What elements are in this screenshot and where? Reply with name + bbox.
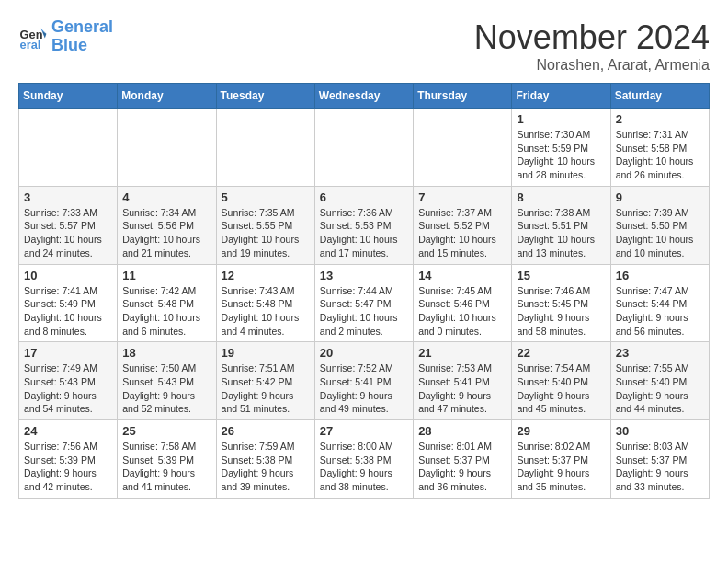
calendar-cell: 10Sunrise: 7:41 AM Sunset: 5:49 PM Dayli…	[19, 264, 118, 342]
calendar-cell: 30Sunrise: 8:03 AM Sunset: 5:37 PM Dayli…	[610, 420, 709, 499]
day-number: 30	[616, 424, 704, 438]
calendar-cell: 12Sunrise: 7:43 AM Sunset: 5:48 PM Dayli…	[216, 264, 314, 342]
calendar-cell: 7Sunrise: 7:37 AM Sunset: 5:52 PM Daylig…	[414, 186, 512, 264]
day-info: Sunrise: 7:35 AM Sunset: 5:55 PM Dayligh…	[222, 206, 310, 260]
day-info: Sunrise: 7:31 AM Sunset: 5:58 PM Dayligh…	[616, 128, 704, 182]
day-number: 19	[222, 346, 310, 360]
calendar-cell: 26Sunrise: 7:59 AM Sunset: 5:38 PM Dayli…	[216, 420, 314, 499]
calendar-cell	[414, 109, 512, 187]
calendar-cell: 24Sunrise: 7:56 AM Sunset: 5:39 PM Dayli…	[19, 420, 118, 499]
calendar-cell: 9Sunrise: 7:39 AM Sunset: 5:50 PM Daylig…	[610, 186, 709, 264]
day-info: Sunrise: 7:50 AM Sunset: 5:43 PM Dayligh…	[122, 362, 210, 416]
calendar-cell: 3Sunrise: 7:33 AM Sunset: 5:57 PM Daylig…	[19, 186, 118, 264]
day-info: Sunrise: 7:39 AM Sunset: 5:50 PM Dayligh…	[616, 206, 704, 260]
day-info: Sunrise: 7:59 AM Sunset: 5:38 PM Dayligh…	[222, 440, 310, 494]
day-info: Sunrise: 7:55 AM Sunset: 5:40 PM Dayligh…	[616, 362, 704, 416]
calendar-cell: 21Sunrise: 7:53 AM Sunset: 5:41 PM Dayli…	[414, 342, 512, 420]
day-info: Sunrise: 7:36 AM Sunset: 5:53 PM Dayligh…	[320, 206, 408, 260]
week-row-2: 10Sunrise: 7:41 AM Sunset: 5:49 PM Dayli…	[19, 264, 710, 342]
logo: Gen eral General Blue	[18, 18, 113, 55]
calendar-cell	[19, 109, 118, 187]
day-number: 27	[320, 424, 408, 438]
day-info: Sunrise: 8:02 AM Sunset: 5:37 PM Dayligh…	[517, 440, 605, 494]
calendar-cell: 15Sunrise: 7:46 AM Sunset: 5:45 PM Dayli…	[512, 264, 610, 342]
day-info: Sunrise: 7:51 AM Sunset: 5:42 PM Dayligh…	[222, 362, 310, 416]
week-row-1: 3Sunrise: 7:33 AM Sunset: 5:57 PM Daylig…	[19, 186, 710, 264]
header-day-friday: Friday	[512, 84, 610, 109]
day-number: 23	[616, 346, 704, 360]
day-info: Sunrise: 7:44 AM Sunset: 5:47 PM Dayligh…	[320, 284, 408, 339]
calendar-cell	[216, 109, 314, 187]
calendar-cell: 1Sunrise: 7:30 AM Sunset: 5:59 PM Daylig…	[512, 109, 610, 187]
day-number: 29	[517, 424, 605, 438]
day-number: 25	[122, 424, 210, 438]
day-number: 15	[517, 269, 605, 282]
header-day-monday: Monday	[118, 84, 216, 109]
svg-text:eral: eral	[20, 38, 41, 52]
day-number: 22	[517, 346, 605, 360]
day-info: Sunrise: 7:43 AM Sunset: 5:48 PM Dayligh…	[222, 284, 310, 339]
day-info: Sunrise: 7:54 AM Sunset: 5:40 PM Dayligh…	[517, 362, 605, 416]
header-day-thursday: Thursday	[414, 84, 512, 109]
day-info: Sunrise: 7:46 AM Sunset: 5:45 PM Dayligh…	[517, 284, 605, 339]
day-number: 13	[320, 269, 408, 282]
calendar-cell: 17Sunrise: 7:49 AM Sunset: 5:43 PM Dayli…	[19, 342, 118, 420]
day-number: 11	[122, 269, 210, 282]
calendar-cell: 8Sunrise: 7:38 AM Sunset: 5:51 PM Daylig…	[512, 186, 610, 264]
day-info: Sunrise: 7:38 AM Sunset: 5:51 PM Dayligh…	[517, 206, 605, 260]
header: Gen eral General Blue November 2024 Nora…	[18, 18, 710, 74]
day-info: Sunrise: 8:03 AM Sunset: 5:37 PM Dayligh…	[616, 440, 704, 494]
day-number: 2	[616, 112, 704, 126]
day-number: 10	[24, 269, 112, 282]
calendar-table: SundayMondayTuesdayWednesdayThursdayFrid…	[18, 83, 710, 499]
calendar-cell: 11Sunrise: 7:42 AM Sunset: 5:48 PM Dayli…	[118, 264, 216, 342]
day-number: 5	[222, 190, 310, 204]
month-title: November 2024	[474, 18, 710, 57]
calendar-cell: 20Sunrise: 7:52 AM Sunset: 5:41 PM Dayli…	[314, 342, 413, 420]
day-number: 6	[320, 190, 408, 204]
day-info: Sunrise: 7:58 AM Sunset: 5:39 PM Dayligh…	[122, 440, 210, 494]
day-number: 7	[418, 190, 506, 204]
calendar-cell: 25Sunrise: 7:58 AM Sunset: 5:39 PM Dayli…	[118, 420, 216, 499]
day-number: 3	[24, 190, 112, 204]
day-number: 8	[517, 190, 605, 204]
location: Norashen, Ararat, Armenia	[474, 57, 710, 74]
day-number: 21	[418, 346, 506, 360]
day-number: 1	[517, 112, 605, 126]
day-number: 18	[122, 346, 210, 360]
calendar-cell: 13Sunrise: 7:44 AM Sunset: 5:47 PM Dayli…	[314, 264, 413, 342]
header-day-wednesday: Wednesday	[314, 84, 413, 109]
day-number: 26	[222, 424, 310, 438]
calendar-cell: 28Sunrise: 8:01 AM Sunset: 5:37 PM Dayli…	[414, 420, 512, 499]
calendar-cell: 5Sunrise: 7:35 AM Sunset: 5:55 PM Daylig…	[216, 186, 314, 264]
day-info: Sunrise: 7:53 AM Sunset: 5:41 PM Dayligh…	[418, 362, 506, 416]
week-row-3: 17Sunrise: 7:49 AM Sunset: 5:43 PM Dayli…	[19, 342, 710, 420]
logo-icon: Gen eral	[18, 22, 48, 52]
day-info: Sunrise: 7:30 AM Sunset: 5:59 PM Dayligh…	[517, 128, 605, 182]
calendar-cell: 14Sunrise: 7:45 AM Sunset: 5:46 PM Dayli…	[414, 264, 512, 342]
calendar-cell: 2Sunrise: 7:31 AM Sunset: 5:58 PM Daylig…	[610, 109, 709, 187]
day-info: Sunrise: 7:47 AM Sunset: 5:44 PM Dayligh…	[616, 284, 704, 339]
header-row: SundayMondayTuesdayWednesdayThursdayFrid…	[19, 84, 710, 109]
calendar-cell: 23Sunrise: 7:55 AM Sunset: 5:40 PM Dayli…	[610, 342, 709, 420]
day-info: Sunrise: 7:42 AM Sunset: 5:48 PM Dayligh…	[122, 284, 210, 339]
day-info: Sunrise: 7:37 AM Sunset: 5:52 PM Dayligh…	[418, 206, 506, 260]
day-info: Sunrise: 7:56 AM Sunset: 5:39 PM Dayligh…	[24, 440, 112, 494]
day-info: Sunrise: 7:45 AM Sunset: 5:46 PM Dayligh…	[418, 284, 506, 339]
day-info: Sunrise: 7:41 AM Sunset: 5:49 PM Dayligh…	[24, 284, 112, 339]
week-row-0: 1Sunrise: 7:30 AM Sunset: 5:59 PM Daylig…	[19, 109, 710, 187]
calendar-cell: 16Sunrise: 7:47 AM Sunset: 5:44 PM Dayli…	[610, 264, 709, 342]
day-number: 9	[616, 190, 704, 204]
week-row-4: 24Sunrise: 7:56 AM Sunset: 5:39 PM Dayli…	[19, 420, 710, 499]
day-info: Sunrise: 7:34 AM Sunset: 5:56 PM Dayligh…	[122, 206, 210, 260]
day-info: Sunrise: 7:33 AM Sunset: 5:57 PM Dayligh…	[24, 206, 112, 260]
day-number: 4	[122, 190, 210, 204]
calendar-cell: 27Sunrise: 8:00 AM Sunset: 5:38 PM Dayli…	[314, 420, 413, 499]
calendar-cell	[118, 109, 216, 187]
day-number: 28	[418, 424, 506, 438]
calendar-cell: 4Sunrise: 7:34 AM Sunset: 5:56 PM Daylig…	[118, 186, 216, 264]
day-number: 12	[222, 269, 310, 282]
calendar-cell: 19Sunrise: 7:51 AM Sunset: 5:42 PM Dayli…	[216, 342, 314, 420]
header-day-tuesday: Tuesday	[216, 84, 314, 109]
day-number: 20	[320, 346, 408, 360]
